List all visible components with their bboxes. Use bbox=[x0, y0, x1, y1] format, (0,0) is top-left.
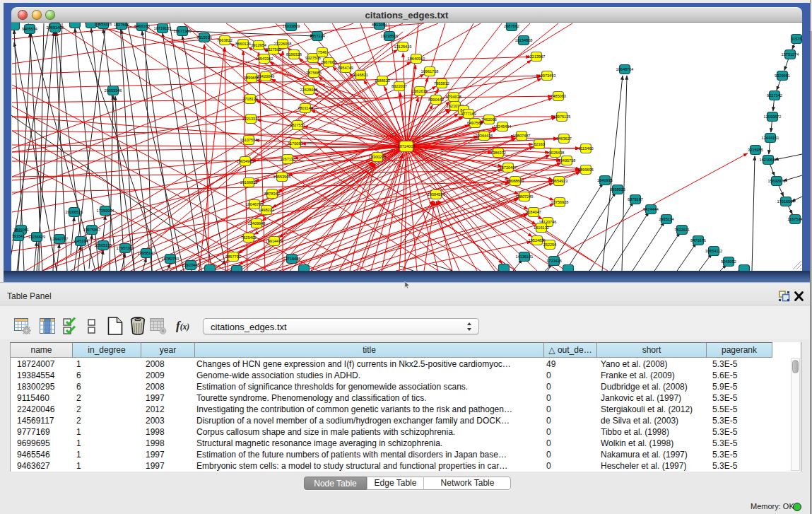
svg-text:10756928: 10756928 bbox=[551, 200, 569, 204]
svg-text:12923448: 12923448 bbox=[182, 263, 200, 267]
svg-text:7857224: 7857224 bbox=[310, 34, 325, 38]
svg-text:19975867: 19975867 bbox=[83, 228, 101, 232]
svg-text:8454749: 8454749 bbox=[338, 66, 353, 70]
svg-text:13716485: 13716485 bbox=[283, 257, 301, 261]
svg-text:12213967: 12213967 bbox=[528, 54, 546, 59]
svg-text:19914479: 19914479 bbox=[266, 239, 283, 243]
svg-text:2967608: 2967608 bbox=[321, 60, 336, 64]
svg-text:15720407: 15720407 bbox=[500, 165, 517, 170]
svg-text:12093872: 12093872 bbox=[764, 115, 782, 119]
svg-text:20206526: 20206526 bbox=[66, 210, 83, 214]
svg-text:9329961: 9329961 bbox=[775, 74, 790, 78]
svg-text:10654112: 10654112 bbox=[705, 249, 722, 253]
svg-text:12213319: 12213319 bbox=[242, 117, 260, 121]
svg-text:9146821: 9146821 bbox=[353, 73, 368, 77]
svg-text:9115460: 9115460 bbox=[578, 146, 593, 151]
svg-text:10671385: 10671385 bbox=[174, 29, 192, 33]
svg-text:19553906: 19553906 bbox=[273, 175, 291, 179]
svg-text:6899695: 6899695 bbox=[578, 168, 594, 172]
svg-text:7632621: 7632621 bbox=[674, 228, 690, 232]
svg-text:13125419: 13125419 bbox=[394, 45, 412, 49]
svg-text:10688609: 10688609 bbox=[507, 179, 524, 183]
svg-text:7663822: 7663822 bbox=[217, 38, 233, 42]
svg-text:16033809: 16033809 bbox=[283, 24, 300, 28]
svg-text:7515526: 7515526 bbox=[196, 35, 212, 40]
svg-text:13505135: 13505135 bbox=[95, 243, 112, 247]
svg-text:9327509: 9327509 bbox=[266, 47, 281, 52]
svg-text:1167534: 1167534 bbox=[787, 217, 802, 221]
svg-text:6794028: 6794028 bbox=[446, 95, 461, 99]
svg-text:9474444: 9474444 bbox=[643, 207, 659, 211]
svg-text:9777169: 9777169 bbox=[461, 112, 476, 116]
svg-text:16210647: 16210647 bbox=[760, 158, 777, 162]
svg-text:3875685: 3875685 bbox=[306, 71, 322, 75]
svg-text:19654923: 19654923 bbox=[551, 179, 568, 183]
svg-text:7386372: 7386372 bbox=[490, 151, 506, 155]
svg-text:1527602: 1527602 bbox=[114, 23, 129, 27]
svg-text:8878342: 8878342 bbox=[264, 192, 280, 196]
svg-text:18300295: 18300295 bbox=[369, 155, 387, 159]
svg-text:9184047: 9184047 bbox=[526, 210, 541, 214]
svg-text:8322037: 8322037 bbox=[392, 84, 407, 88]
svg-text:14136141: 14136141 bbox=[516, 255, 534, 259]
svg-text:2687662: 2687662 bbox=[504, 24, 519, 28]
svg-text:9463627: 9463627 bbox=[556, 136, 572, 141]
svg-text:13495758: 13495758 bbox=[558, 158, 576, 163]
svg-text:2718129: 2718129 bbox=[242, 97, 258, 101]
svg-text:252254: 252254 bbox=[543, 243, 557, 247]
svg-text:1733426: 1733426 bbox=[546, 259, 562, 263]
svg-text:19166825: 19166825 bbox=[240, 180, 258, 185]
svg-text:7803144: 7803144 bbox=[298, 106, 313, 110]
svg-text:10046705: 10046705 bbox=[246, 202, 264, 206]
svg-text:7546: 7546 bbox=[318, 50, 326, 54]
svg-text:9827552: 9827552 bbox=[290, 123, 305, 127]
svg-text:17957263: 17957263 bbox=[117, 246, 134, 250]
svg-text:6466160: 6466160 bbox=[134, 24, 150, 28]
svg-text:10653226: 10653226 bbox=[95, 23, 112, 26]
svg-text:20053346: 20053346 bbox=[105, 88, 122, 93]
svg-text:8660124: 8660124 bbox=[235, 42, 251, 46]
svg-text:391541: 391541 bbox=[12, 234, 25, 238]
svg-text:19384554: 19384554 bbox=[428, 192, 445, 197]
svg-text:15692971: 15692971 bbox=[768, 179, 786, 183]
svg-text:7462066: 7462066 bbox=[481, 117, 497, 122]
svg-text:6497568: 6497568 bbox=[467, 121, 483, 125]
svg-text:9857791: 9857791 bbox=[225, 255, 241, 259]
svg-text:2935114: 2935114 bbox=[659, 217, 673, 221]
svg-text:7625402: 7625402 bbox=[241, 235, 257, 240]
svg-text:12942737: 12942737 bbox=[51, 237, 69, 241]
svg-text:22428448: 22428448 bbox=[300, 88, 318, 92]
svg-text:13975125: 13975125 bbox=[553, 115, 571, 119]
svg-text:8471676: 8471676 bbox=[690, 238, 706, 243]
svg-text:10807487: 10807487 bbox=[513, 134, 531, 138]
svg-text:3912954: 3912954 bbox=[251, 43, 266, 47]
svg-text:3267110: 3267110 bbox=[280, 157, 295, 161]
svg-text:12444151: 12444151 bbox=[762, 136, 779, 140]
svg-text:1145194: 1145194 bbox=[73, 239, 88, 243]
svg-text:18640910: 18640910 bbox=[408, 57, 425, 61]
svg-text:1170091: 1170091 bbox=[288, 141, 302, 146]
svg-text:16107554: 16107554 bbox=[240, 138, 258, 142]
svg-text:9245052: 9245052 bbox=[721, 259, 736, 264]
svg-text:20364436: 20364436 bbox=[476, 134, 493, 138]
svg-text:8813054: 8813054 bbox=[372, 23, 387, 27]
svg-text:3215955: 3215955 bbox=[748, 148, 763, 152]
svg-text:11575: 11575 bbox=[791, 37, 801, 41]
svg-text:18807249: 18807249 bbox=[516, 194, 534, 199]
svg-text:20691406: 20691406 bbox=[47, 25, 64, 30]
svg-text:7955812: 7955812 bbox=[434, 81, 449, 86]
svg-text:23420046: 23420046 bbox=[257, 74, 275, 78]
svg-text:8938925: 8938925 bbox=[610, 187, 625, 192]
svg-text:9227342: 9227342 bbox=[767, 93, 782, 98]
svg-text:19218506: 19218506 bbox=[381, 34, 399, 38]
svg-text:11156829: 11156829 bbox=[28, 235, 45, 239]
svg-text:17016504: 17016504 bbox=[777, 199, 795, 204]
svg-text:1362615: 1362615 bbox=[412, 89, 428, 93]
svg-text:10154808: 10154808 bbox=[515, 38, 533, 42]
svg-text:9405574: 9405574 bbox=[22, 27, 37, 31]
svg-text:1640935: 1640935 bbox=[597, 178, 613, 182]
svg-text:8186328: 8186328 bbox=[286, 52, 302, 57]
svg-text:16961758: 16961758 bbox=[421, 69, 439, 74]
svg-text:6879197: 6879197 bbox=[628, 197, 643, 201]
svg-text:8990443: 8990443 bbox=[428, 98, 444, 102]
